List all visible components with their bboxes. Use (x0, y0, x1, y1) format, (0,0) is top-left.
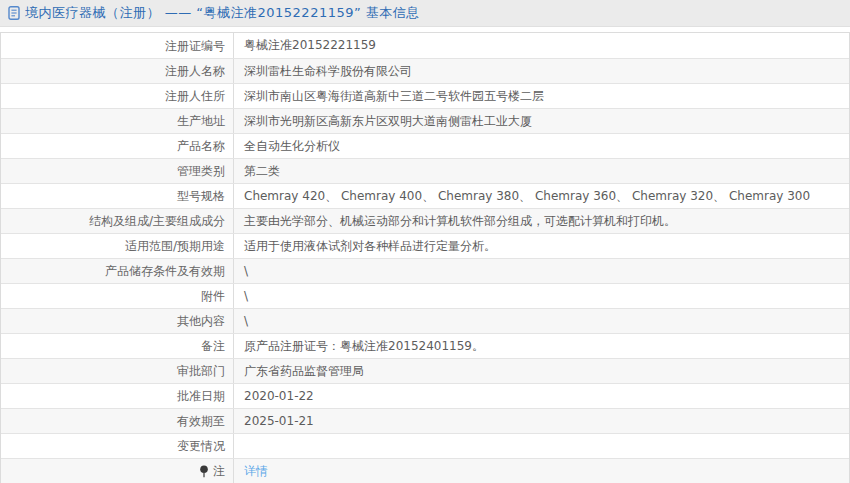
table-row: 有效期至2025-01-21 (1, 408, 849, 433)
row-value: Chemray 420、 Chemray 400、 Chemray 380、 C… (234, 184, 849, 208)
row-value: 全自动生化分析仪 (234, 134, 849, 158)
row-label-text: 型号规格 (177, 184, 225, 208)
row-label-text: 管理类别 (177, 159, 225, 183)
row-label-text: 审批部门 (177, 359, 225, 383)
row-value (234, 434, 849, 458)
detail-link[interactable]: 详情 (244, 464, 268, 478)
row-value: 第二类 (234, 159, 849, 183)
table-row: 变更情况 (1, 433, 849, 458)
row-label: 管理类别 (1, 159, 234, 183)
row-value: 深圳市光明新区高新东片区双明大道南侧雷杜工业大厦 (234, 109, 849, 133)
table-row: 型号规格Chemray 420、 Chemray 400、 Chemray 38… (1, 183, 849, 208)
row-label-text: 其他内容 (177, 309, 225, 333)
row-label: 适用范围/预期用途 (1, 234, 234, 258)
row-value: 主要由光学部分、机械运动部分和计算机软件部分组成，可选配计算机和打印机。 (234, 209, 849, 233)
table-row: 结构及组成/主要组成成分主要由光学部分、机械运动部分和计算机软件部分组成，可选配… (1, 208, 849, 233)
row-label: 其他内容 (1, 309, 234, 333)
table-row: 其他内容\ (1, 308, 849, 333)
row-value: 2020-01-22 (234, 384, 849, 408)
pin-icon (199, 465, 209, 478)
row-label: 备注 (1, 334, 234, 358)
row-label: 注册人名称 (1, 59, 234, 83)
row-label-text: 产品储存条件及有效期 (105, 259, 225, 283)
row-label: 审批部门 (1, 359, 234, 383)
row-label-text: 注 (213, 459, 225, 483)
row-value: 详情 (234, 459, 849, 483)
row-label-text: 适用范围/预期用途 (125, 234, 225, 258)
table-row: 备注原产品注册证号：粤械注准20152401159。 (1, 333, 849, 358)
row-label: 产品名称 (1, 134, 234, 158)
row-label-text: 注册人住所 (165, 84, 225, 108)
row-label: 附件 (1, 284, 234, 308)
page-title: 境内医疗器械（注册） —— “粤械注准20152221159” 基本信息 (25, 4, 420, 22)
row-label-text: 结构及组成/主要组成成分 (89, 209, 225, 233)
row-value: 深圳雷杜生命科学股份有限公司 (234, 59, 849, 83)
row-label: 注册证编号 (1, 33, 234, 58)
row-label: 注 (1, 459, 234, 483)
table-row: 注册人名称深圳雷杜生命科学股份有限公司 (1, 58, 849, 83)
row-label-text: 附件 (201, 284, 225, 308)
row-label-text: 备注 (201, 334, 225, 358)
table-row: 产品储存条件及有效期\ (1, 258, 849, 283)
row-label: 有效期至 (1, 409, 234, 433)
row-label: 生产地址 (1, 109, 234, 133)
row-value: 原产品注册证号：粤械注准20152401159。 (234, 334, 849, 358)
row-value: \ (234, 259, 849, 283)
row-value: 粤械注准20152221159 (234, 33, 849, 58)
table-row: 注册证编号粤械注准20152221159 (1, 33, 849, 58)
table-row: 注册人住所深圳市南山区粤海街道高新中三道二号软件园五号楼二层 (1, 83, 849, 108)
table-row: 审批部门广东省药品监督管理局 (1, 358, 849, 383)
row-label-text: 注册证编号 (165, 34, 225, 58)
row-value: 适用于使用液体试剂对各种样品进行定量分析。 (234, 234, 849, 258)
row-value: 深圳市南山区粤海街道高新中三道二号软件园五号楼二层 (234, 84, 849, 108)
row-label: 注册人住所 (1, 84, 234, 108)
row-value: 2025-01-21 (234, 409, 849, 433)
row-label-text: 产品名称 (177, 134, 225, 158)
row-label: 变更情况 (1, 434, 234, 458)
table-row: 批准日期2020-01-22 (1, 383, 849, 408)
row-value: \ (234, 284, 849, 308)
table-row: 管理类别第二类 (1, 158, 849, 183)
row-label: 产品储存条件及有效期 (1, 259, 234, 283)
row-value: 广东省药品监督管理局 (234, 359, 849, 383)
row-label-text: 变更情况 (177, 434, 225, 458)
document-icon (8, 6, 20, 20)
row-value: \ (234, 309, 849, 333)
row-label: 批准日期 (1, 384, 234, 408)
table-row: 注详情 (1, 458, 849, 483)
table-row: 适用范围/预期用途适用于使用液体试剂对各种样品进行定量分析。 (1, 233, 849, 258)
row-label-text: 有效期至 (177, 409, 225, 433)
row-label: 结构及组成/主要组成成分 (1, 209, 234, 233)
table-row: 附件\ (1, 283, 849, 308)
row-label-text: 批准日期 (177, 384, 225, 408)
row-label: 型号规格 (1, 184, 234, 208)
page-header: 境内医疗器械（注册） —— “粤械注准20152221159” 基本信息 (0, 0, 850, 27)
row-label-text: 生产地址 (177, 109, 225, 133)
row-label-text: 注册人名称 (165, 59, 225, 83)
info-table: 注册证编号粤械注准20152221159注册人名称深圳雷杜生命科学股份有限公司注… (0, 32, 850, 483)
table-row: 生产地址深圳市光明新区高新东片区双明大道南侧雷杜工业大厦 (1, 108, 849, 133)
table-row: 产品名称全自动生化分析仪 (1, 133, 849, 158)
